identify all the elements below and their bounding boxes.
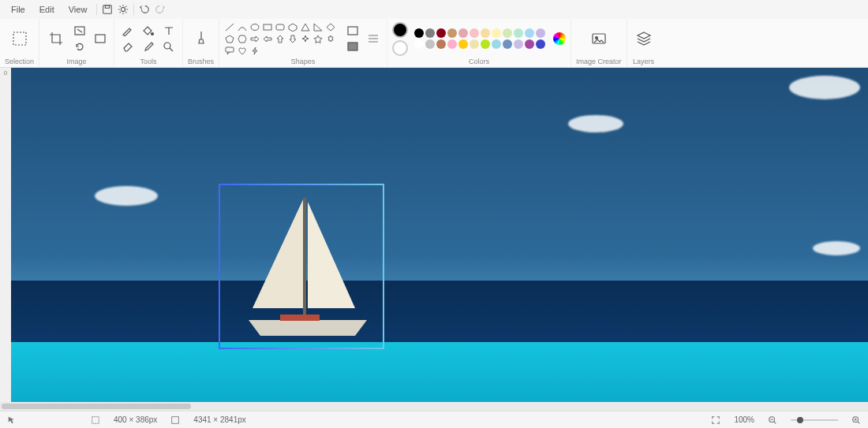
color-swatch[interactable]: [436, 28, 446, 38]
group-label: Selection: [5, 56, 34, 65]
group-brushes: Brushes: [183, 19, 219, 67]
shape-lightning-icon[interactable]: [249, 46, 260, 56]
image-more[interactable]: [92, 32, 109, 46]
zoom-value: 100%: [734, 415, 754, 424]
group-label: Layers: [633, 56, 654, 65]
shape-diamond-icon[interactable]: [325, 22, 336, 32]
shape-hexagon-icon[interactable]: [237, 34, 248, 44]
image-size: 4341 × 2841px: [193, 415, 245, 424]
color-swatch[interactable]: [514, 39, 523, 49]
color-swatch[interactable]: [470, 28, 479, 38]
edit-colors-icon[interactable]: [553, 32, 566, 45]
color-swatch[interactable]: [492, 28, 501, 38]
save-icon[interactable]: [100, 2, 114, 17]
shape-fill[interactable]: [344, 39, 361, 54]
scrollbar-thumb[interactable]: [2, 404, 191, 409]
menubar: File Edit View: [0, 0, 868, 19]
svg-rect-9: [264, 24, 271, 30]
color-swatch[interactable]: [414, 39, 424, 49]
eraser-tool[interactable]: [119, 39, 137, 54]
pencil-tool[interactable]: [119, 24, 137, 38]
text-tool[interactable]: [160, 24, 178, 38]
zoom-slider[interactable]: [791, 419, 838, 421]
color-primary[interactable]: [392, 22, 408, 38]
redo-icon[interactable]: [153, 2, 167, 17]
shape-oval-icon[interactable]: [249, 22, 260, 32]
crop-tool[interactable]: [44, 25, 68, 52]
undo-icon[interactable]: [137, 2, 152, 17]
group-label: Image Creator: [576, 56, 622, 65]
shape-arrow-r-icon[interactable]: [249, 34, 260, 44]
shape-line-icon[interactable]: [224, 22, 235, 32]
shape-outline[interactable]: [344, 24, 361, 38]
shape-star5-icon[interactable]: [312, 34, 324, 44]
color-swatch[interactable]: [525, 28, 534, 38]
layers-button[interactable]: [632, 25, 656, 52]
menu-file[interactable]: File: [5, 2, 32, 17]
shape-polygon-icon[interactable]: [287, 22, 298, 32]
svg-rect-18: [92, 416, 99, 423]
group-image-creator: Image Creator: [571, 19, 627, 67]
cloud-icon: [568, 115, 623, 132]
color-swatch[interactable]: [481, 28, 490, 38]
menu-edit[interactable]: Edit: [33, 2, 61, 17]
color-swatch[interactable]: [503, 39, 512, 49]
resize-tool[interactable]: [71, 24, 88, 38]
magnify-tool[interactable]: [160, 39, 178, 54]
shape-arrow-u-icon[interactable]: [275, 34, 286, 44]
shape-heart-icon[interactable]: [237, 46, 248, 56]
shape-arrow-d-icon[interactable]: [287, 34, 298, 44]
select-tool[interactable]: [8, 25, 32, 52]
svg-point-7: [164, 43, 170, 49]
rotate-tool[interactable]: [71, 39, 88, 54]
color-secondary[interactable]: [392, 40, 408, 56]
color-swatch[interactable]: [525, 39, 534, 49]
stroke-width[interactable]: [365, 32, 382, 46]
color-swatch[interactable]: [481, 39, 490, 49]
shape-star4-icon[interactable]: [300, 34, 311, 44]
shape-triangle-icon[interactable]: [300, 22, 311, 32]
shape-roundrect-icon[interactable]: [275, 22, 286, 32]
zoom-slider-knob[interactable]: [797, 417, 803, 423]
color-swatch[interactable]: [447, 28, 457, 38]
shape-pentagon-icon[interactable]: [224, 34, 235, 44]
color-swatch[interactable]: [425, 39, 435, 49]
color-swatch[interactable]: [503, 28, 512, 38]
color-swatch[interactable]: [492, 39, 501, 49]
brush-tool[interactable]: [189, 25, 213, 52]
settings-icon[interactable]: [116, 2, 130, 17]
image-creator-button[interactable]: [587, 25, 611, 52]
group-label: Shapes: [291, 56, 316, 65]
color-swatch[interactable]: [436, 39, 446, 49]
zoom-out-icon[interactable]: [767, 415, 778, 426]
group-label: Image: [67, 56, 87, 65]
color-swatch[interactable]: [536, 28, 545, 38]
fill-tool[interactable]: [140, 24, 157, 38]
shape-arrow-l-icon[interactable]: [262, 34, 273, 44]
menu-view[interactable]: View: [62, 2, 94, 17]
shape-curve-icon[interactable]: [237, 22, 248, 32]
canvas-area[interactable]: 0: [0, 68, 868, 411]
color-swatch[interactable]: [536, 39, 545, 49]
color-swatch[interactable]: [470, 39, 479, 49]
color-swatch[interactable]: [447, 39, 457, 49]
color-swatch[interactable]: [458, 39, 468, 49]
shape-rect-icon[interactable]: [262, 22, 273, 32]
shape-star6-icon[interactable]: [325, 34, 336, 44]
fit-screen-icon[interactable]: [710, 415, 721, 426]
horizontal-scrollbar[interactable]: [0, 402, 868, 411]
zoom-in-icon[interactable]: [851, 415, 862, 426]
color-swatch[interactable]: [425, 28, 435, 38]
color-swatch[interactable]: [514, 28, 523, 38]
shape-rtriangle-icon[interactable]: [312, 22, 324, 32]
group-label: Colors: [469, 56, 489, 65]
picker-tool[interactable]: [140, 39, 157, 54]
svg-rect-5: [95, 35, 105, 43]
separator: [96, 4, 97, 15]
selection-rectangle[interactable]: [219, 184, 384, 349]
color-palette[interactable]: [414, 28, 545, 49]
shape-callout-icon[interactable]: [224, 46, 235, 56]
shape-gallery[interactable]: [224, 22, 336, 56]
color-swatch[interactable]: [458, 28, 468, 38]
color-swatch[interactable]: [414, 28, 424, 38]
